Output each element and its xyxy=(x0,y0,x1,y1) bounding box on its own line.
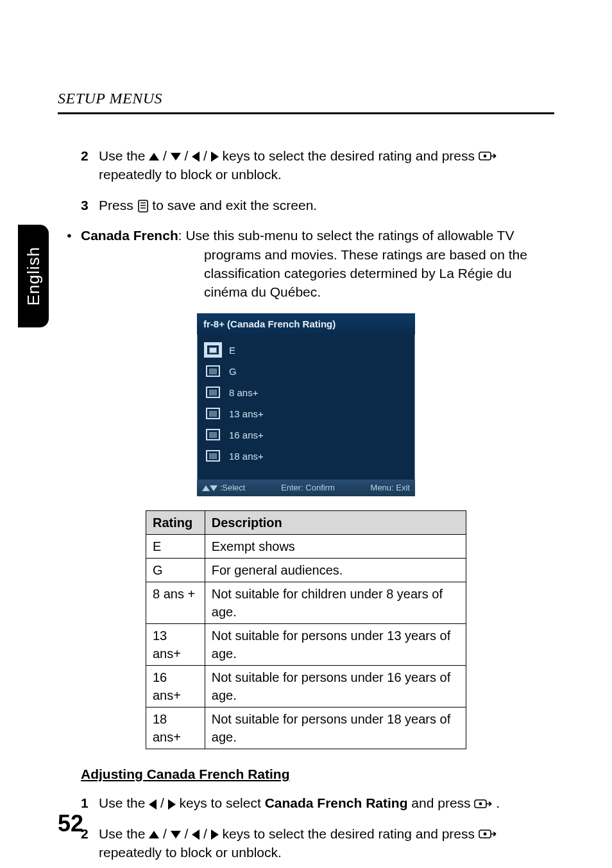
title-rule xyxy=(58,112,554,114)
osd-checkbox-icon xyxy=(206,386,220,398)
down-arrow-icon xyxy=(171,831,181,838)
table-row: 18 ans+Not suitable for persons under 18… xyxy=(146,707,466,749)
step-b-1: 1 Use the / keys to select Canada French… xyxy=(81,794,554,812)
osd-row-label: 13 ans+ xyxy=(229,407,264,421)
osd-checkbox-icon xyxy=(206,429,220,440)
right-arrow-icon xyxy=(211,829,219,840)
table-cell: 8 ans + xyxy=(146,582,205,623)
step-number: 2 xyxy=(81,146,99,184)
osd-footer-confirm: Enter: Confirm xyxy=(281,482,335,494)
step-body: Use the / / / keys to select the desired… xyxy=(99,824,554,862)
separator: / xyxy=(185,148,192,163)
bullet-canada-french: • Canada French: Use this sub-menu to se… xyxy=(58,226,554,302)
enter-icon xyxy=(479,826,497,841)
osd-checkbox-icon xyxy=(206,365,220,377)
text: keys to select the desired rating and pr… xyxy=(223,148,479,163)
text: to save and exit the screen. xyxy=(152,198,317,213)
table-row: EExempt shows xyxy=(146,534,466,558)
svg-point-7 xyxy=(479,802,482,805)
osd-screenshot: fr-8+ (Canada French Rating) E G 8 ans+ … xyxy=(197,313,415,496)
separator: / xyxy=(185,826,192,841)
osd-row-label: 8 ans+ xyxy=(229,386,258,399)
step-number: 3 xyxy=(81,196,99,214)
text: keys to select the desired rating and pr… xyxy=(223,826,479,841)
text: Use the xyxy=(99,826,149,841)
table-cell: E xyxy=(146,534,205,558)
left-arrow-icon xyxy=(149,799,157,810)
separator: / xyxy=(160,795,168,810)
bullet-text: Use this sub-menu to select the ratings … xyxy=(185,228,527,299)
table-cell: 18 ans+ xyxy=(146,707,205,749)
separator: / xyxy=(203,826,211,841)
table-row: GFor general audiences. xyxy=(146,558,466,582)
osd-row: 16 ans+ xyxy=(203,424,409,446)
down-arrow-icon xyxy=(210,485,217,491)
section-title: SETUP MENUS xyxy=(58,90,554,107)
language-side-tab: English xyxy=(18,225,49,327)
left-arrow-icon xyxy=(192,152,200,162)
left-arrow-icon xyxy=(192,829,200,840)
osd-row-label: 18 ans+ xyxy=(229,449,264,463)
osd-row-label: E xyxy=(229,343,235,357)
table-cell: 13 ans+ xyxy=(146,623,205,665)
menu-icon xyxy=(137,198,153,213)
osd-footer-exit: Menu: Exit xyxy=(371,482,410,494)
osd-row: 8 ans+ xyxy=(203,382,409,403)
separator: / xyxy=(163,826,171,841)
osd-row-label: 16 ans+ xyxy=(229,428,264,442)
step-body: Use the / keys to select Canada French R… xyxy=(99,794,554,812)
table-row: 8 ans +Not suitable for children under 8… xyxy=(146,582,466,623)
osd-row: E xyxy=(203,340,409,361)
bullet-marker: • xyxy=(58,226,81,302)
ratings-table: Rating Description EExempt shows GFor ge… xyxy=(146,510,466,749)
right-arrow-icon xyxy=(211,152,219,162)
right-arrow-icon xyxy=(168,799,176,810)
text: keys to select xyxy=(180,795,265,810)
subheading: Adjusting Canada French Rating xyxy=(81,765,554,783)
text: . xyxy=(496,795,500,810)
text: Press xyxy=(99,198,137,213)
bullet-body: Canada French: Use this sub-menu to sele… xyxy=(81,226,554,302)
step-number: 2 xyxy=(81,824,99,862)
down-arrow-icon xyxy=(171,153,181,161)
table-header: Description xyxy=(205,510,466,534)
language-side-tab-label: English xyxy=(24,247,44,306)
osd-row-label: G xyxy=(229,365,237,378)
text: Use the xyxy=(99,795,149,810)
step-body: Press to save and exit the screen. xyxy=(99,196,554,214)
up-arrow-icon xyxy=(149,153,159,161)
bullet-label: Canada French xyxy=(81,228,178,243)
osd-checkbox-icon xyxy=(206,408,220,419)
osd-checkbox-icon xyxy=(206,450,220,462)
table-cell: Not suitable for children under 8 years … xyxy=(205,582,466,623)
separator: : xyxy=(178,228,186,243)
svg-rect-2 xyxy=(139,200,148,212)
osd-checkbox-icon xyxy=(206,344,220,356)
separator: / xyxy=(163,148,171,163)
osd-title: fr-8+ (Canada French Rating) xyxy=(197,313,415,334)
enter-icon xyxy=(474,795,496,810)
svg-point-1 xyxy=(483,155,486,158)
table-cell: For general audiences. xyxy=(205,558,466,582)
text: repeatedly to block or unblock. xyxy=(99,167,282,182)
table-cell: Not suitable for persons under 18 years … xyxy=(205,707,466,749)
step-a-2: 2 Use the / / / keys to select the desir… xyxy=(81,146,554,184)
osd-row: G xyxy=(203,361,409,382)
osd-body: E G 8 ans+ 13 ans+ 16 ans+ xyxy=(197,334,415,480)
table-header-row: Rating Description xyxy=(146,510,466,534)
table-row: 13 ans+Not suitable for persons under 13… xyxy=(146,623,466,665)
osd-footer-select: :Select xyxy=(202,482,245,494)
up-arrow-icon xyxy=(202,485,210,491)
table-cell: Not suitable for persons under 13 years … xyxy=(205,623,466,665)
table-cell: G xyxy=(146,558,205,582)
text: and press xyxy=(411,795,474,810)
step-a-3: 3 Press to save and exit the screen. xyxy=(81,196,554,214)
enter-icon xyxy=(479,148,497,163)
step-number: 1 xyxy=(81,794,99,812)
table-cell: Not suitable for persons under 16 years … xyxy=(205,665,466,707)
osd-row: 13 ans+ xyxy=(203,403,409,424)
bold-text: Canada French Rating xyxy=(265,795,408,810)
step-b-2: 2 Use the / / / keys to select the desir… xyxy=(81,824,554,862)
svg-point-9 xyxy=(483,833,486,836)
separator: / xyxy=(203,148,211,163)
